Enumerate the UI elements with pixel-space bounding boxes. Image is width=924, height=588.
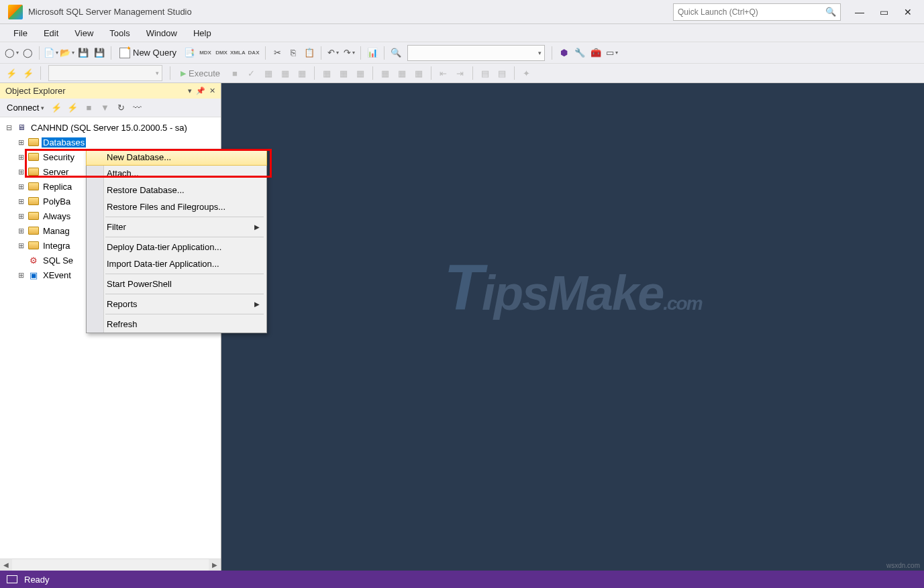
activity-oe-icon[interactable]: 〰 (130, 101, 144, 115)
cm-import-dacpac[interactable]: Import Data-tier Application... (87, 255, 266, 272)
cm-restore-database[interactable]: Restore Database... (87, 182, 266, 198)
panel-pin-icon[interactable]: 📌 (196, 86, 205, 95)
more-icon[interactable] (536, 66, 551, 80)
plan-icon[interactable]: ▦ (261, 66, 276, 80)
nav-back-button[interactable]: ◯ (4, 46, 19, 60)
indent-in-icon[interactable]: ⇤ (436, 66, 451, 80)
cm-refresh[interactable]: Refresh (87, 316, 266, 333)
save-all-button[interactable]: 💾 (92, 46, 107, 60)
folder-icon (28, 181, 40, 192)
cm-restore-files[interactable]: Restore Files and Filegroups... (87, 198, 266, 215)
quick-launch-input[interactable]: Quick Launch (Ctrl+Q) 🔍 (673, 3, 841, 21)
folder-icon (28, 137, 40, 148)
stop-icon[interactable]: ■ (227, 66, 242, 80)
xmla-icon[interactable]: XMLA (230, 50, 245, 56)
paste-button[interactable]: 📋 (302, 46, 317, 60)
panel-dropdown-icon[interactable]: ▾ (188, 86, 192, 95)
menu-help[interactable]: Help (185, 26, 219, 40)
expand-icon[interactable]: ⊞ (16, 241, 25, 250)
titlebar: Microsoft SQL Server Management Studio Q… (0, 0, 924, 24)
results-grid-icon[interactable]: ▦ (319, 66, 334, 80)
indent-icon[interactable]: ▦ (411, 66, 426, 80)
plan2-icon[interactable]: ▦ (278, 66, 293, 80)
expand-icon[interactable]: ⊞ (16, 182, 25, 191)
close-button[interactable] (896, 2, 920, 22)
change-conn-icon[interactable]: ⚡ (21, 66, 36, 80)
window-layout-icon[interactable]: ▭ (605, 46, 619, 60)
mdx-icon[interactable]: MDX (198, 50, 213, 56)
tree-node-databases[interactable]: ⊞ Databases (0, 135, 221, 150)
specify2-icon[interactable]: ▤ (495, 66, 509, 80)
undo-button[interactable]: ↶ (325, 46, 340, 60)
db-selector[interactable] (48, 65, 162, 81)
nav-forward-button[interactable]: ◯ (20, 46, 35, 60)
expand-icon[interactable]: ⊞ (16, 153, 25, 162)
cm-filter[interactable]: Filter▶ (87, 219, 266, 235)
database-combo[interactable] (407, 45, 545, 61)
wrench-icon[interactable]: 🔧 (572, 46, 587, 60)
xevent-icon: ▣ (28, 270, 40, 280)
specify-icon[interactable]: ▤ (478, 66, 493, 80)
expand-icon[interactable]: ⊞ (16, 227, 25, 235)
save-button[interactable]: 💾 (76, 46, 91, 60)
comment-icon[interactable]: ▦ (378, 66, 393, 80)
connect-oe-icon[interactable]: ⚡ (50, 101, 63, 115)
cm-reports[interactable]: Reports▶ (87, 296, 266, 312)
panel-close-icon[interactable]: ✕ (209, 86, 215, 95)
context-menu: New Database... Attach... Restore Databa… (86, 149, 267, 333)
db-query-icon[interactable]: 📑 (182, 46, 197, 60)
redo-button[interactable]: ↷ (342, 46, 356, 60)
app-title: Microsoft SQL Server Management Studio (28, 7, 192, 17)
results-text-icon[interactable]: ▦ (336, 66, 351, 80)
watermark: TTipsMakeipsMake.com (444, 251, 701, 325)
cm-new-database[interactable]: New Database... (86, 149, 267, 166)
menu-file[interactable]: File (5, 26, 36, 40)
horizontal-scrollbar[interactable]: ◀ ▶ (0, 558, 221, 571)
cut-button[interactable]: ✂ (270, 46, 285, 60)
stats-icon[interactable]: ▦ (295, 66, 309, 80)
cm-start-powershell[interactable]: Start PowerShell (87, 276, 266, 292)
folder-icon (28, 240, 40, 251)
indent-out-icon[interactable]: ⇥ (453, 66, 468, 80)
parse-icon[interactable]: ✓ (244, 66, 259, 80)
maximize-button[interactable] (872, 2, 896, 22)
uncomment-icon[interactable]: ▦ (395, 66, 409, 80)
options-icon[interactable]: ✦ (519, 66, 534, 80)
expand-icon[interactable]: ⊞ (16, 197, 25, 206)
cm-deploy-dacpac[interactable]: Deploy Data-tier Application... (87, 239, 266, 255)
expand-icon[interactable]: ⊞ (16, 168, 25, 176)
execute-button[interactable]: Execute (175, 67, 225, 80)
tree-root[interactable]: ⊟ 🖥 CANHND (SQL Server 15.0.2000.5 - sa) (0, 120, 221, 135)
toolbox-icon[interactable]: 🧰 (588, 46, 603, 60)
new-item-button[interactable]: 📄 (44, 46, 58, 60)
filter-oe-icon[interactable]: ▼ (98, 101, 111, 115)
collapse-icon[interactable]: ⊟ (4, 123, 13, 132)
expand-icon[interactable]: ⊞ (16, 212, 25, 221)
expand-icon[interactable]: ⊞ (16, 138, 25, 147)
menu-tools[interactable]: Tools (101, 26, 138, 40)
menu-edit[interactable]: Edit (36, 26, 66, 40)
new-query-button[interactable]: New Query (115, 46, 181, 60)
results-file-icon[interactable]: ▦ (353, 66, 368, 80)
menu-view[interactable]: View (66, 26, 101, 40)
dax-icon[interactable]: DAX (246, 50, 261, 56)
disconnect-oe-icon[interactable]: ⚡ (66, 101, 79, 115)
cm-attach[interactable]: Attach... (87, 165, 266, 182)
connect-button[interactable]: Connect (4, 101, 47, 114)
copy-button[interactable]: ⎘ (286, 46, 301, 60)
scroll-right-icon[interactable]: ▶ (209, 559, 221, 571)
menu-window[interactable]: Window (138, 26, 185, 40)
minimize-button[interactable] (848, 2, 872, 22)
expand-icon[interactable]: ⊞ (16, 271, 25, 280)
connect-icon[interactable]: ⚡ (4, 66, 19, 80)
find-button[interactable]: 🔍 (389, 46, 403, 60)
dmx-icon[interactable]: DMX (214, 50, 229, 56)
stop-oe-icon[interactable]: ■ (82, 101, 95, 115)
open-button[interactable]: 📂 (60, 46, 74, 60)
properties-button[interactable]: 📊 (365, 46, 380, 60)
vs-icon[interactable]: ⬢ (556, 46, 571, 60)
scroll-left-icon[interactable]: ◀ (0, 559, 12, 571)
refresh-oe-icon[interactable]: ↻ (114, 101, 127, 115)
folder-icon (28, 225, 40, 236)
window-controls (848, 2, 920, 22)
